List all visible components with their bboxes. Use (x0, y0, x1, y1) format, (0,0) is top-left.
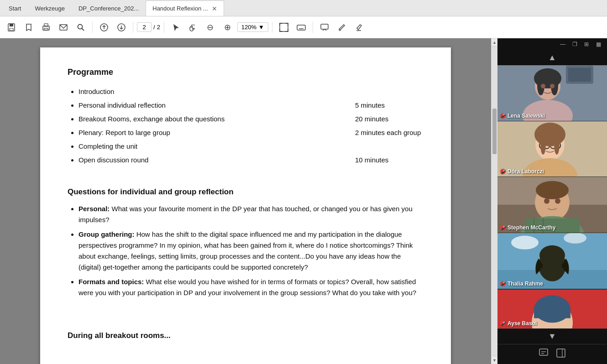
minimize-button[interactable]: — (558, 40, 568, 48)
questions-list: Personal: What was your favourite moment… (78, 203, 424, 298)
programme-list: Introduction Personal individual reflect… (78, 86, 424, 166)
pdf-area: ◀ Programme Introduction Personal indivi… (0, 38, 497, 364)
select-tool-button[interactable] (168, 20, 183, 35)
toolbar: 2 / 2 ⊖ ⊕ 120% ▼ (0, 16, 607, 38)
mute-icon-dora: 🎤 (500, 169, 506, 174)
upload-button[interactable] (96, 20, 112, 35)
pdf-page: Programme Introduction Personal individu… (40, 47, 451, 364)
svg-rect-23 (568, 68, 591, 82)
mute-icon-lena: 🎤 (500, 113, 506, 119)
download-button[interactable] (114, 20, 129, 35)
tab-start[interactable]: Start (2, 0, 28, 16)
svg-point-56 (539, 245, 565, 265)
mute-icon-thalia: 🎤 (500, 281, 506, 286)
list-item: Group gathering: How has the shift to th… (78, 229, 424, 273)
layout-button[interactable]: ▦ (593, 40, 603, 48)
divider-5 (313, 22, 313, 33)
svg-point-53 (511, 236, 539, 250)
scrollbar[interactable]: ▲ ▼ (491, 38, 497, 364)
svg-point-47 (536, 181, 569, 199)
fit-page-button[interactable] (276, 20, 292, 35)
svg-point-30 (550, 84, 555, 88)
svg-point-29 (541, 84, 545, 88)
nav-up-area: ▲ (497, 50, 607, 65)
page-number-input[interactable]: 2 (137, 22, 152, 32)
zoom-in-button[interactable]: ⊕ (220, 20, 235, 35)
grid-button[interactable]: ⊞ (581, 40, 591, 48)
bookmark-button[interactable] (21, 20, 37, 35)
svg-point-37 (534, 123, 565, 146)
svg-point-49 (555, 198, 560, 204)
list-item: Personal: What was your favourite moment… (78, 203, 424, 225)
list-item: Formats and topics: What else would you … (78, 276, 424, 298)
search-button[interactable] (73, 20, 89, 35)
tab-dp-conference[interactable]: DP_Conference_202... (72, 0, 146, 16)
participant-stephen: 🎤 Stephen McCarthy (497, 177, 607, 233)
svg-point-38 (540, 135, 546, 155)
tab-bar: Start Werkzeuge DP_Conference_202... Han… (0, 0, 607, 16)
restore-button[interactable]: ❐ (570, 40, 580, 48)
svg-point-48 (544, 198, 549, 204)
page-navigation: 2 / 2 (137, 22, 160, 32)
pdf-viewer[interactable]: Programme Introduction Personal individu… (0, 38, 491, 364)
zoom-selector[interactable]: 120% ▼ (237, 22, 268, 32)
sidebar-toggle-button[interactable] (552, 346, 570, 362)
list-item: Open discussion round 10 minutes (78, 155, 424, 166)
svg-point-39 (554, 135, 560, 155)
participant-name-ayse: 🎤 Ayse Basol (500, 320, 537, 327)
scroll-thumb[interactable] (492, 109, 497, 154)
highlight-button[interactable] (351, 20, 367, 35)
participant-thalia: 🎤 Thalia Rahme (497, 233, 607, 289)
main-area: ◀ Programme Introduction Personal indivi… (0, 38, 607, 364)
mute-icon-stephen: 🎤 (500, 225, 506, 230)
chat-panel-button[interactable] (535, 346, 552, 362)
mute-icon-ayse: 🎤 (500, 321, 506, 326)
svg-rect-19 (321, 24, 328, 29)
comment-button[interactable] (317, 20, 332, 35)
svg-rect-2 (10, 28, 13, 31)
list-item: Introduction (78, 86, 424, 97)
scroll-track[interactable] (492, 47, 497, 356)
print-button[interactable] (38, 20, 54, 35)
list-item: Completing the unit (78, 141, 424, 152)
svg-rect-5 (44, 28, 48, 30)
svg-rect-62 (539, 349, 548, 355)
participant-ayse: ••• 🎤 Ayse Basol (497, 289, 607, 329)
video-sidebar: — ❐ ⊞ ▦ ▲ (497, 38, 607, 364)
nav-down-area: ▼ (497, 329, 607, 344)
keyboard-button[interactable] (293, 20, 309, 35)
divider-1 (92, 22, 93, 33)
programme-heading: Programme (68, 66, 424, 79)
participant-name-thalia: 🎤 Thalia Rahme (500, 281, 543, 287)
email-button[interactable] (56, 20, 71, 35)
pencil-button[interactable] (334, 20, 350, 35)
divider-3 (164, 22, 164, 33)
svg-point-7 (78, 24, 83, 29)
participant-name-lena: 🎤 Lena Salewski (500, 113, 545, 119)
scroll-up-button[interactable]: ▲ (492, 38, 497, 47)
participant-lena: 🎤 Lena Salewski (497, 65, 607, 121)
list-item: Breakout Rooms, exchange about the quest… (78, 114, 424, 125)
participant-dora: 🎤 Dóra Laborczi (497, 121, 607, 177)
participant-name-dora: 🎤 Dóra Laborczi (500, 168, 544, 175)
list-item: Personal individual reflection 5 minutes (78, 100, 424, 111)
tab-werkzeuge[interactable]: Werkzeuge (28, 0, 72, 16)
list-item: Plenary: Report to large group 2 minutes… (78, 127, 424, 138)
pan-tool-button[interactable] (185, 20, 201, 35)
svg-rect-61 (534, 309, 570, 318)
participant-name-stephen: 🎤 Stephen McCarthy (500, 224, 555, 231)
breakout-heading: During all breakout rooms... (68, 329, 424, 342)
svg-rect-13 (280, 23, 288, 31)
divider-2 (133, 22, 133, 33)
svg-rect-1 (10, 24, 13, 26)
save-button[interactable] (4, 20, 19, 35)
window-controls: — ❐ ⊞ ▦ (497, 38, 607, 50)
zoom-out-button[interactable]: ⊖ (203, 20, 218, 35)
scroll-down-button[interactable]: ▼ (492, 356, 497, 364)
close-tab-button[interactable]: ✕ (212, 5, 217, 12)
scroll-up-nav-button[interactable]: ▲ (544, 51, 560, 64)
scroll-down-nav-button[interactable]: ▼ (544, 330, 560, 343)
svg-line-8 (82, 28, 84, 31)
tab-handout-reflexion[interactable]: Handout Reflexion ... ✕ (146, 0, 224, 16)
divider-4 (272, 22, 272, 33)
